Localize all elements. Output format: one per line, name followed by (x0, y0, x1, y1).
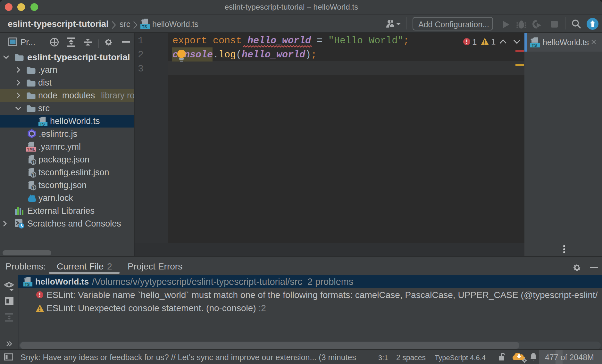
svg-text:{}: {} (31, 185, 34, 190)
svg-text:{}: {} (31, 172, 34, 177)
svg-text:{}: {} (31, 160, 34, 164)
